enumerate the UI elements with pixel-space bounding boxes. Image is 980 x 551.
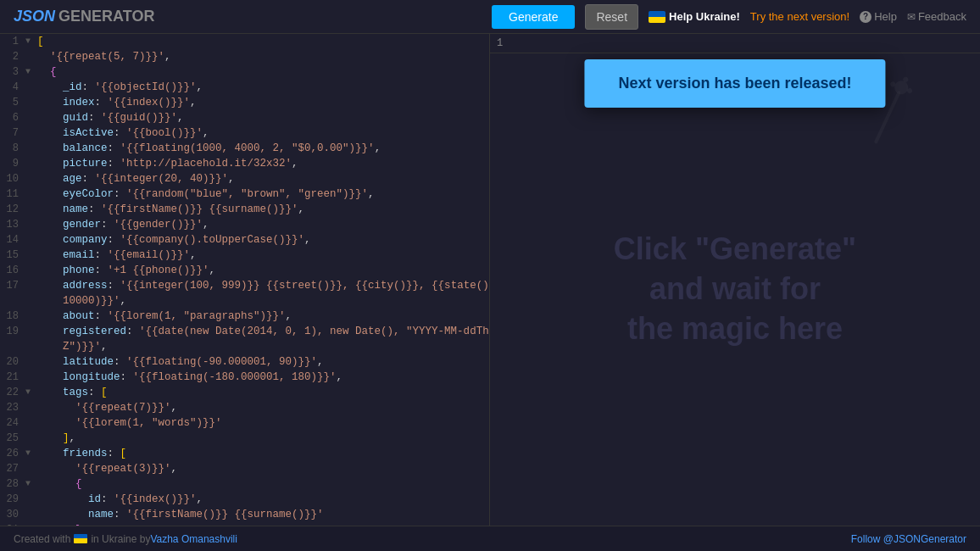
- header-actions: Generate Reset Help Ukraine! Try the nex…: [492, 4, 966, 30]
- help-label: Help: [874, 10, 897, 23]
- feedback-label: Feedback: [918, 10, 966, 23]
- table-row: 14 company: '{{company().toUpperCase()}}…: [0, 232, 489, 248]
- table-row: 12 name: '{{firstName()}} {{surname()}}'…: [0, 202, 489, 217]
- generate-button[interactable]: Generate: [492, 5, 575, 29]
- logo-generator: GENERATOR: [58, 8, 154, 25]
- table-row: 5 index: '{{index()}}',: [0, 95, 489, 110]
- table-row: 31 }: [0, 522, 489, 526]
- table-row: 1 ▼ [: [0, 34, 489, 49]
- help-link[interactable]: ? Help: [860, 10, 897, 23]
- reset-button[interactable]: Reset: [585, 4, 638, 30]
- table-row: 26 ▼ friends: [: [0, 446, 489, 461]
- table-row: 4 _id: '{{objectId()}}',: [0, 80, 489, 95]
- table-row: 13 gender: '{{gender()}}',: [0, 217, 489, 232]
- table-row: 2 '{{repeat(5, 7)}}',: [0, 49, 489, 64]
- table-row: 9 picture: 'http://placehold.it/32x32',: [0, 156, 489, 171]
- table-row: 8 balance: '{{floating(1000, 4000, 2, "$…: [0, 141, 489, 156]
- output-pane: 1 Next version has been released! Click …: [490, 34, 980, 526]
- ukraine-flag-icon: [649, 11, 665, 23]
- table-row: 21 longitude: '{{floating(-180.000001, 1…: [0, 370, 489, 385]
- table-row: Z")}}',: [0, 339, 489, 354]
- fold-icon[interactable]: ▼: [25, 64, 36, 80]
- table-row: 7 isActive: '{{bool()}}',: [0, 125, 489, 141]
- table-row: 29 id: '{{index()}}',: [0, 492, 489, 507]
- feedback-icon: ✉: [907, 11, 916, 23]
- help-icon: ?: [860, 11, 871, 23]
- footer-in-ukraine: in Ukraine by: [91, 533, 150, 545]
- footer-created: Created with: [14, 533, 70, 545]
- table-row: 16 phone: '+1 {{phone()}}',: [0, 263, 489, 278]
- table-row: 10000)}}',: [0, 293, 489, 309]
- footer-flag-icon: [74, 534, 87, 543]
- footer: Created with in Ukraine by Vazha Omanash…: [0, 526, 980, 551]
- table-row: 28 ▼ {: [0, 476, 489, 492]
- table-row: 22 ▼ tags: [: [0, 385, 489, 400]
- table-row: 24 '{{lorem(1, "words")}}': [0, 415, 489, 431]
- table-row: 3 ▼ {: [0, 64, 489, 80]
- logo-json: JSON: [14, 8, 55, 25]
- logo: JSON GENERATOR: [14, 8, 154, 25]
- table-row: 20 latitude: '{{floating(-90.000001, 90)…: [0, 354, 489, 370]
- ukraine-badge: Help Ukraine!: [649, 10, 740, 23]
- table-row: 27 '{{repeat(3)}}',: [0, 461, 489, 476]
- table-row: 18 about: '{{lorem(1, "paragraphs")}}',: [0, 309, 489, 324]
- editor-pane[interactable]: 1 ▼ [ 2 '{{repeat(5, 7)}}', 3 ▼ { 4 _id:…: [0, 34, 490, 526]
- next-version-banner: Next version has been released!: [584, 59, 885, 108]
- table-row: 15 email: '{{email()}}',: [0, 248, 489, 263]
- next-version-link[interactable]: Try the next version!: [750, 10, 849, 23]
- header: JSON GENERATOR Generate Reset Help Ukrai…: [0, 0, 980, 34]
- table-row: 17 address: '{{integer(100, 999)}} {{str…: [0, 278, 489, 293]
- feedback-link[interactable]: ✉ Feedback: [907, 10, 966, 23]
- footer-follow-link[interactable]: Follow @JSONGenerator: [851, 533, 966, 545]
- table-row: 10 age: '{{integer(20, 40)}}',: [0, 171, 489, 186]
- main-area: 1 ▼ [ 2 '{{repeat(5, 7)}}', 3 ▼ { 4 _id:…: [0, 34, 980, 526]
- fold-icon[interactable]: ▼: [25, 446, 36, 461]
- table-row: 6 guid: '{{guid()}}',: [0, 110, 489, 125]
- fold-icon[interactable]: ▼: [25, 385, 36, 400]
- footer-right: Follow @JSONGenerator: [851, 533, 966, 545]
- output-header: 1: [490, 34, 980, 53]
- footer-author-link[interactable]: Vazha Omanashvili: [150, 533, 237, 545]
- table-row: 30 name: '{{firstName()}} {{surname()}}': [0, 507, 489, 522]
- table-row: 19 registered: '{{date(new Date(2014, 0,…: [0, 324, 489, 339]
- output-line-number: 1: [497, 37, 503, 49]
- fold-icon[interactable]: ▼: [25, 34, 36, 49]
- ukraine-text: Help Ukraine!: [669, 10, 740, 23]
- fold-icon[interactable]: ▼: [25, 476, 36, 492]
- table-row: 23 '{{repeat(7)}}',: [0, 400, 489, 415]
- table-row: 11 eyeColor: '{{random("blue", "brown", …: [0, 186, 489, 202]
- magic-text: Click "Generate" and wait for the magic …: [614, 230, 856, 348]
- magic-area: Click "Generate" and wait for the magic …: [490, 53, 980, 526]
- table-row: 25 ],: [0, 431, 489, 446]
